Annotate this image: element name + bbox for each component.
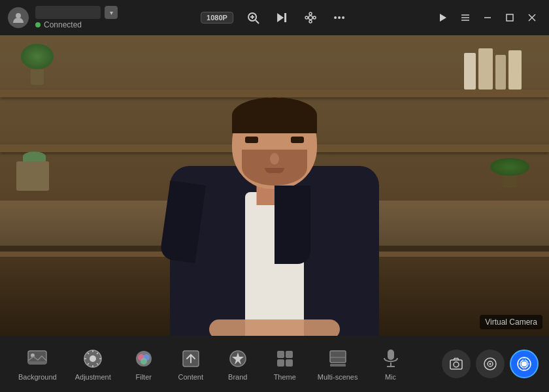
play-button[interactable] xyxy=(434,8,452,27)
svg-line-2 xyxy=(256,20,259,24)
mic-icon xyxy=(379,347,403,370)
right-plant-leaves xyxy=(490,158,529,176)
book-1 xyxy=(464,53,476,90)
left-plant-leaves xyxy=(23,152,46,161)
bottom-toolbar: Background Adjustment Fil xyxy=(0,336,549,392)
brand-label: Brand xyxy=(228,373,247,381)
avatar xyxy=(8,7,29,28)
svg-point-48 xyxy=(490,363,491,365)
background-icon xyxy=(25,347,49,370)
svg-point-13 xyxy=(338,16,341,19)
svg-rect-35 xyxy=(286,351,293,358)
zoom-button[interactable] xyxy=(244,8,262,27)
svg-point-0 xyxy=(16,13,21,18)
content-icon xyxy=(179,347,203,370)
svg-point-27 xyxy=(90,355,96,362)
maximize-button[interactable] xyxy=(501,8,519,27)
connection-dot xyxy=(35,22,41,27)
plant-pot xyxy=(31,69,44,86)
tool-adjustment[interactable]: Adjustment xyxy=(67,342,119,386)
bottom-right-controls xyxy=(442,350,539,378)
lapel-right xyxy=(274,186,310,264)
svg-point-31 xyxy=(141,358,147,365)
resolution-badge[interactable]: 1080P xyxy=(201,12,233,24)
titlebar: ▾ Connected 1080P xyxy=(0,0,549,35)
titlebar-tools: 1080P xyxy=(201,8,348,27)
svg-point-12 xyxy=(334,16,337,19)
nose xyxy=(270,153,279,165)
mouth xyxy=(265,168,284,173)
head xyxy=(232,97,317,189)
adjustment-icon xyxy=(81,347,105,370)
svg-marker-15 xyxy=(440,14,446,22)
right-plant xyxy=(487,158,533,191)
tool-background[interactable]: Background xyxy=(10,342,65,386)
hair xyxy=(232,97,317,133)
left-box xyxy=(16,161,49,191)
tool-multi-scenes[interactable]: Multi-scenes xyxy=(310,342,366,386)
content-label: Content xyxy=(178,373,203,381)
svg-rect-37 xyxy=(286,359,293,367)
svg-rect-39 xyxy=(330,364,346,367)
svg-rect-34 xyxy=(277,351,284,358)
dropdown-button[interactable]: ▾ xyxy=(105,6,118,19)
adjustment-label: Adjustment xyxy=(75,373,111,381)
mic-label: Mic xyxy=(385,373,396,381)
camera-toggle-button[interactable] xyxy=(476,350,505,378)
title-info: ▾ Connected xyxy=(35,6,118,29)
hands xyxy=(209,319,340,336)
multi-scenes-icon xyxy=(326,347,350,370)
plant-top xyxy=(11,44,63,90)
filter-icon xyxy=(132,347,156,370)
svg-point-7 xyxy=(308,16,312,20)
connected-label: Connected xyxy=(44,20,82,29)
brand-icon xyxy=(226,347,250,370)
svg-point-8 xyxy=(305,16,308,19)
window-controls xyxy=(434,8,541,27)
virtual-camera-badge: Virtual Camera xyxy=(480,315,542,329)
user-name xyxy=(35,6,101,19)
left-eye xyxy=(245,137,258,143)
theme-label: Theme xyxy=(274,373,296,381)
virtual-camera-button[interactable] xyxy=(510,350,539,378)
svg-rect-36 xyxy=(277,359,284,367)
tool-filter[interactable]: Filter xyxy=(122,342,166,386)
book-4 xyxy=(508,50,522,90)
svg-rect-20 xyxy=(507,14,513,21)
svg-rect-41 xyxy=(388,350,394,360)
filter-label: Filter xyxy=(136,373,152,381)
titlebar-left: ▾ Connected xyxy=(8,6,118,29)
video-preview: Virtual Camera xyxy=(0,35,549,336)
person xyxy=(118,55,431,336)
shelf-top-items xyxy=(464,44,522,90)
theme-icon xyxy=(273,347,297,370)
svg-rect-24 xyxy=(28,361,46,364)
svg-point-45 xyxy=(454,362,459,367)
connection-status: Connected xyxy=(35,20,118,29)
more-button[interactable] xyxy=(330,8,348,27)
tool-list: Background Adjustment Fil xyxy=(10,342,413,386)
close-button[interactable] xyxy=(523,8,541,27)
tool-content[interactable]: Content xyxy=(169,342,213,386)
tool-mic[interactable]: Mic xyxy=(369,342,413,386)
skip-button[interactable] xyxy=(273,8,291,27)
svg-rect-6 xyxy=(284,13,286,22)
effects-button[interactable] xyxy=(301,8,320,27)
tool-brand[interactable]: Brand xyxy=(216,342,260,386)
menu-button[interactable] xyxy=(456,8,474,27)
svg-point-9 xyxy=(313,16,316,19)
svg-point-10 xyxy=(309,12,312,15)
plant-leaves xyxy=(21,44,54,69)
book-3 xyxy=(495,55,506,90)
camera-snapshot-button[interactable] xyxy=(442,350,471,378)
title-name-row: ▾ xyxy=(35,6,118,19)
book-2 xyxy=(478,48,493,90)
right-plant-pot xyxy=(503,176,517,188)
minimize-button[interactable] xyxy=(478,8,497,27)
svg-point-14 xyxy=(342,16,344,19)
background-label: Background xyxy=(18,373,57,381)
right-eye xyxy=(291,137,304,143)
tool-theme[interactable]: Theme xyxy=(263,342,307,386)
svg-rect-38 xyxy=(330,351,346,363)
svg-marker-5 xyxy=(277,13,284,22)
